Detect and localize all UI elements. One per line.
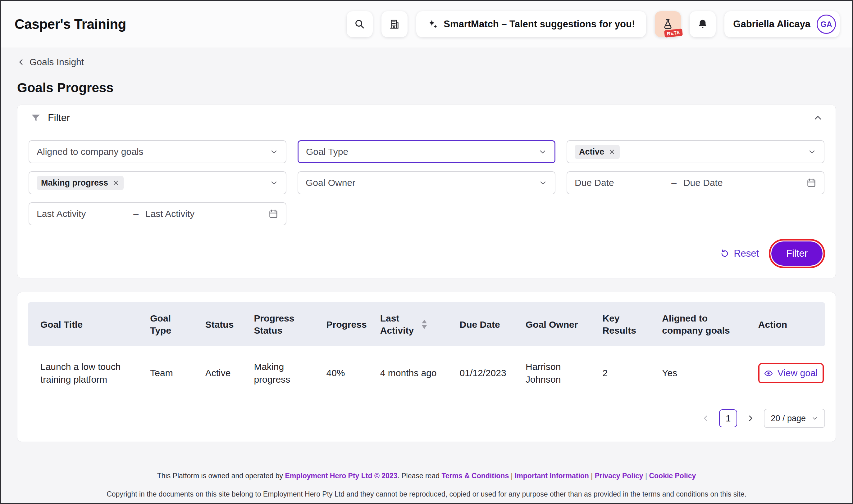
app-title: Casper's Training <box>15 16 126 32</box>
table-header-row: Goal Title Goal Type Status Progress Sta… <box>28 302 825 346</box>
sort-icon[interactable] <box>421 320 428 329</box>
reset-icon <box>720 249 729 258</box>
col-progress-status: Progress Status <box>247 302 319 346</box>
cell-progress: 40% <box>320 346 373 395</box>
app-window: Casper's Training <box>0 0 853 504</box>
beta-badge: BETA <box>664 29 683 38</box>
reset-label: Reset <box>734 248 759 259</box>
page-size-value: 20 / page <box>771 414 806 423</box>
remove-tag-icon[interactable] <box>609 148 615 155</box>
calendar-icon <box>268 209 278 219</box>
col-last-activity-label: Last Activity <box>380 312 416 337</box>
search-button[interactable] <box>347 11 373 37</box>
current-page-button[interactable]: 1 <box>719 409 737 427</box>
important-information-link[interactable]: Important Information <box>515 472 589 480</box>
chevron-down-icon <box>269 178 278 187</box>
status-select[interactable]: Active <box>567 140 824 163</box>
calendar-icon <box>806 178 816 188</box>
separator: | <box>589 472 595 480</box>
cell-progress-status: Making progress <box>247 346 319 395</box>
col-status: Status <box>198 302 247 346</box>
breadcrumb-label: Goals Insight <box>30 57 84 67</box>
cell-goal-owner: Harrison Johnson <box>519 346 596 395</box>
cell-last-activity: 4 months ago <box>373 346 453 395</box>
footer-text: . Please read <box>397 472 441 480</box>
notifications-button[interactable] <box>690 11 716 37</box>
col-goal-type: Goal Type <box>143 302 198 346</box>
filter-panel-header[interactable]: Filter <box>17 105 836 131</box>
due-date-start-input[interactable]: Due Date <box>575 178 671 188</box>
next-page-button[interactable] <box>745 412 756 424</box>
cell-due-date: 01/12/2023 <box>453 346 519 395</box>
eye-icon <box>764 369 773 378</box>
progress-status-tag-label: Making progress <box>41 178 108 188</box>
col-aligned: Aligned to company goals <box>655 302 751 346</box>
page-title: Goals Progress <box>17 80 852 95</box>
goal-owner-placeholder: Goal Owner <box>306 178 534 188</box>
col-progress: Progress <box>320 302 373 346</box>
page-size-select[interactable]: 20 / page <box>764 409 825 428</box>
last-activity-start-input[interactable]: Last Activity <box>37 209 133 219</box>
previous-page-button[interactable] <box>700 412 712 424</box>
profile-menu[interactable]: Gabriella Alicaya GA <box>725 11 840 37</box>
footer: This Platform is owned and operated by E… <box>1 470 852 499</box>
col-goal-owner: Goal Owner <box>519 302 596 346</box>
aligned-select-placeholder: Aligned to company goals <box>37 146 265 157</box>
cell-goal-type: Team <box>143 346 198 395</box>
separator: | <box>643 472 649 480</box>
smartmatch-button[interactable]: SmartMatch – Talent suggestions for you! <box>416 11 646 37</box>
selected-tags: Active <box>575 145 803 159</box>
chevron-down-icon <box>538 147 547 156</box>
aligned-to-company-goals-select[interactable]: Aligned to company goals <box>29 140 286 163</box>
remove-tag-icon[interactable] <box>112 179 119 186</box>
cell-goal-title: Launch a low touch training platform <box>28 346 143 395</box>
col-goal-title: Goal Title <box>28 302 143 346</box>
search-icon <box>354 19 365 30</box>
organisation-button[interactable] <box>381 11 407 37</box>
goal-type-select[interactable]: Goal Type <box>298 140 555 163</box>
chevron-down-icon <box>539 178 547 187</box>
col-due-date: Due Date <box>453 302 519 346</box>
collapse-filter-icon[interactable] <box>813 113 822 123</box>
view-goal-button[interactable]: View goal <box>758 363 824 383</box>
filter-panel: Filter Aligned to company goals Goal Typ… <box>17 105 836 278</box>
breadcrumb[interactable]: Goals Insight <box>17 57 852 67</box>
top-bar-actions: SmartMatch – Talent suggestions for you!… <box>347 11 840 37</box>
funnel-icon <box>31 113 41 123</box>
chevron-down-icon <box>808 147 816 156</box>
top-bar: Casper's Training <box>1 1 852 48</box>
due-date-range-picker[interactable]: Due Date – Due Date <box>567 171 824 194</box>
cell-status: Active <box>198 346 247 395</box>
pagination: 1 20 / page <box>28 409 825 428</box>
building-icon <box>389 19 400 30</box>
goal-owner-select[interactable]: Goal Owner <box>298 171 555 194</box>
terms-link[interactable]: Terms & Conditions <box>441 472 509 480</box>
separator: | <box>509 472 515 480</box>
sparkle-icon <box>428 19 438 30</box>
last-activity-end-input[interactable]: Last Activity <box>145 209 268 219</box>
progress-status-select[interactable]: Making progress <box>29 171 286 194</box>
filter-fields: Aligned to company goals Goal Type Activ… <box>29 140 824 225</box>
cell-key-results: 2 <box>596 346 656 395</box>
filter-submit-button[interactable]: Filter <box>771 241 822 266</box>
goals-table-card: Goal Title Goal Type Status Progress Sta… <box>17 292 836 442</box>
labs-button[interactable]: BETA <box>655 11 681 37</box>
col-key-results: Key Results <box>596 302 656 346</box>
filter-panel-title: Filter <box>48 112 70 124</box>
privacy-policy-link[interactable]: Privacy Policy <box>595 472 643 480</box>
due-date-end-input[interactable]: Due Date <box>683 178 806 188</box>
col-last-activity: Last Activity <box>373 302 453 346</box>
last-activity-range-picker[interactable]: Last Activity – Last Activity <box>29 202 286 225</box>
reset-button[interactable]: Reset <box>720 248 759 259</box>
status-tag-label: Active <box>579 147 604 157</box>
footer-line-1: This Platform is owned and operated by E… <box>1 470 852 481</box>
cookie-policy-link[interactable]: Cookie Policy <box>649 472 696 480</box>
view-goal-label: View goal <box>778 367 818 380</box>
col-action: Action <box>751 302 825 346</box>
footer-line-2: Copyright in the documents on this site … <box>1 489 852 500</box>
company-link[interactable]: Employment Hero Pty Ltd © 2023 <box>285 472 397 480</box>
filter-actions: Reset Filter <box>29 241 824 266</box>
footer-text: This Platform is owned and operated by <box>157 472 285 480</box>
bell-icon <box>697 19 708 30</box>
cell-aligned: Yes <box>655 346 751 395</box>
